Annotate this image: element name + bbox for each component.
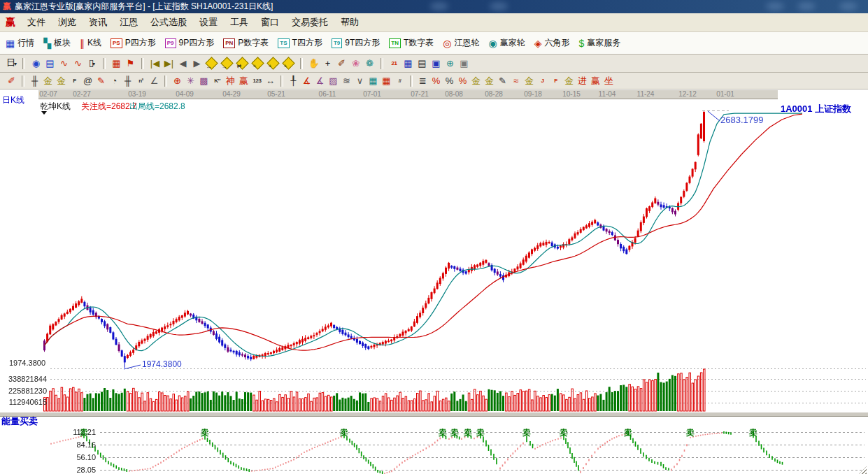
menu-item-帮助[interactable]: 帮助 [334,15,365,30]
t-square-button[interactable]: TST四方形 [278,37,322,49]
navigation-toolbar: 日▾◉▤∿∿▯▾▦⚑|◀▶|◀▶↔→⇄+++✋+✐❀❁21▦▤▣⊕▣ [0,55,868,73]
gann-diamond-swap-icon[interactable]: ⇄ [236,57,248,69]
wave-9-icon[interactable]: ∿ [72,57,84,69]
tick-ruler-icon[interactable]: ╫ [122,75,134,87]
dropdown-arrow-icon[interactable] [41,111,47,117]
ying-line-icon[interactable]: 赢 [590,75,602,87]
percent-line-icon[interactable]: % [457,75,469,87]
save-icon[interactable]: ▣ [430,57,442,69]
winner-service-button[interactable]: $赢家服务 [579,37,621,49]
zuo-line-icon[interactable]: 坐 [603,75,615,87]
menu-item-窗口[interactable]: 窗口 [255,15,285,30]
gann-diamond-cross2-icon[interactable]: + [266,57,279,69]
calculator-icon[interactable]: ▦ [402,57,414,69]
candle-style-dropdown[interactable]: ▯▾ [86,57,98,70]
menu-item-交易委托[interactable]: 交易委托 [285,15,334,30]
gold-circle-icon[interactable]: 金 [470,75,482,87]
percent-icon[interactable]: % [443,75,455,87]
grid-red-icon[interactable]: ▦ [380,75,392,87]
network-icon[interactable]: ⊕ [444,57,456,69]
gann-diamond-right-icon[interactable]: → [220,57,233,69]
period-day-dropdown[interactable]: 日▾ [6,57,17,70]
workstation-icon[interactable]: ▣ [458,57,470,69]
gold-section2-icon[interactable]: 金 [55,75,67,87]
pan-hand-button[interactable]: ✋ [308,57,320,69]
window-title: 赢家江恩专业版[赢家内部服务平台] - [上证指数 SH1A0001-231日K… [15,1,273,13]
j-line-icon[interactable]: J [536,75,548,87]
info-panel-icon[interactable]: ▤ [44,57,56,69]
goto-last-button[interactable]: ▶| [163,57,175,69]
notes-icon[interactable]: ▤ [416,57,428,69]
angle-mirror-icon[interactable]: ∠ [148,75,160,87]
crosshair-button[interactable]: + [322,57,334,69]
quotes-button[interactable]: ▦行情 [6,37,34,49]
p-digit-button[interactable]: PNP数字表 [223,37,269,49]
hexagon-button[interactable]: ◈六角形 [534,37,570,49]
cycle-circle-icon[interactable]: ◔ [108,75,120,87]
rays-icon[interactable]: ≋ [341,75,353,87]
star-web-icon[interactable]: ✳ [185,75,197,87]
step-lines-icon[interactable]: ≣ [417,75,429,87]
sectors-button[interactable]: ▚板块 [43,37,71,49]
p9-square-button[interactable]: P99P四方形 [165,37,214,49]
indicator-axis-label: 56.10 [62,453,96,461]
slant-lines-icon[interactable]: // [394,75,406,87]
fan-purple-icon[interactable]: ∡ [314,75,326,87]
shen-tool-icon[interactable]: 神 [225,75,236,87]
span-arrow-icon[interactable]: ↔ [264,75,276,87]
wave-3-icon[interactable]: ∿ [58,57,70,69]
gann-diamond-lr-icon[interactable]: ↔ [205,57,218,69]
n-square-icon[interactable]: n² [135,75,147,87]
square-web-icon[interactable]: ▩ [198,75,210,87]
kline-button[interactable]: ∥K线 [80,37,101,49]
ruler-scale-icon[interactable]: ╫ [29,75,41,87]
menu-item-文件[interactable]: 文件 [21,15,52,30]
fib-ruler-icon[interactable]: F [69,75,80,87]
calendar-icon[interactable]: 21 [388,57,400,69]
page-right-button[interactable]: ▶ [191,57,203,69]
red-marker-icon[interactable]: ✎ [95,75,107,87]
goto-first-button[interactable]: |◀ [149,57,161,69]
spiral-icon[interactable]: @ [82,75,94,87]
page-left-button[interactable]: ◀ [177,57,189,69]
grid-purple-icon[interactable]: ▨ [327,75,339,87]
ink-pen-icon[interactable]: ✎ [497,75,508,87]
percent-band-icon[interactable]: % [430,75,442,87]
flower-pink-icon[interactable]: ❀ [350,57,362,69]
gann-diamond-cross3-icon[interactable]: + [282,57,294,69]
gold-hline2-icon[interactable]: 金 [523,75,535,87]
color-flag-icon[interactable]: ⚑ [124,57,136,69]
winner-wheel-button[interactable]: ◉赢家轮 [489,37,525,49]
band-red-icon[interactable]: ≈ [510,75,522,87]
menu-item-资讯[interactable]: 资讯 [83,15,113,30]
menu-item-浏览[interactable]: 浏览 [52,15,83,30]
draw-arrow-icon[interactable]: ✐ [6,75,17,87]
menu-item-工具[interactable]: 工具 [224,15,255,30]
k-measure-icon[interactable]: K″ [211,75,223,87]
jin-advance-icon[interactable]: 进 [576,75,588,87]
circle-cross-icon[interactable]: ⊕ [171,75,183,87]
grid-teal-icon[interactable]: ▦ [367,75,379,87]
t9-square-button[interactable]: T99T四方形 [332,37,380,49]
panel-divider[interactable] [0,412,868,417]
menu-item-江恩[interactable]: 江恩 [113,15,144,30]
menu-item-设置[interactable]: 设置 [193,15,224,30]
gann-diamond-cross1-icon[interactable]: + [251,57,264,69]
v-mark-icon[interactable]: ∨ [354,75,366,87]
gold-section1-icon[interactable]: 金 [42,75,54,87]
p-square-button[interactable]: PSP四方形 [111,37,156,49]
dynamic-quote-icon[interactable]: ◉ [30,57,42,69]
axis-plot-icon[interactable]: ╀ [287,75,299,87]
gold-hline-icon[interactable]: 金 [483,75,495,87]
fan-red-icon[interactable]: ∡ [301,75,313,87]
gann-wheel-button[interactable]: ◎江恩轮 [443,37,479,49]
t-digit-button[interactable]: TNT数字表 [389,37,434,49]
measure-pen-icon[interactable]: ✐ [336,57,348,69]
ying-tool-icon[interactable]: 赢 [238,75,250,87]
gold-slant-icon[interactable]: 金 [563,75,575,87]
menu-item-公式选股[interactable]: 公式选股 [144,15,193,30]
f-line-icon[interactable]: F [550,75,562,87]
gann-grid-icon[interactable]: ▦ [111,57,122,69]
count-ruler-icon[interactable]: 123 [251,75,263,87]
flower-teal-icon[interactable]: ❁ [364,57,376,69]
